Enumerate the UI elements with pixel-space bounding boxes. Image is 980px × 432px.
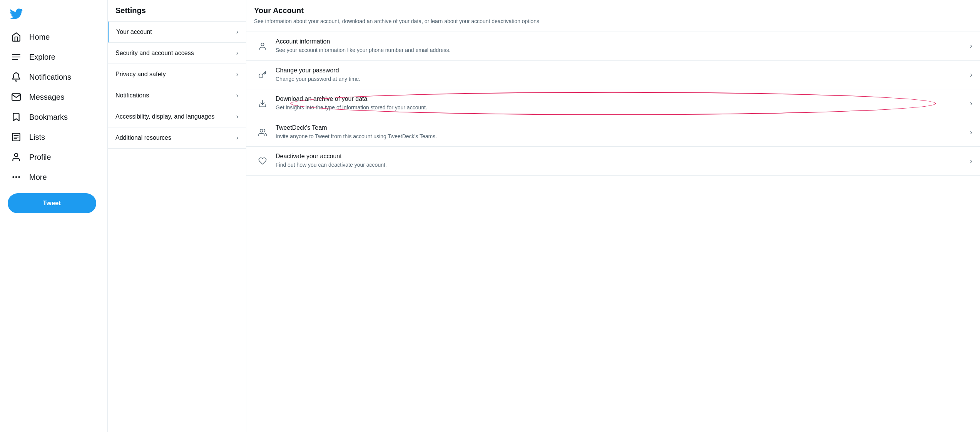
account-info-desc: See your account information like your p… <box>276 47 967 54</box>
twitter-logo <box>5 3 103 27</box>
download-archive-title: Download an archive of your data <box>276 95 967 102</box>
content-item-tweetdeck-team[interactable]: TweetDeck's Team Invite anyone to Tweet … <box>246 118 980 147</box>
settings-item-label-notifications: Notifications <box>115 92 149 99</box>
settings-item-additional[interactable]: Additional resources › <box>108 127 246 149</box>
settings-item-label-accessibility: Accessibility, display, and languages <box>115 113 214 120</box>
more-icon <box>11 172 22 183</box>
tweetdeck-team-title: TweetDeck's Team <box>276 124 967 131</box>
sidebar-item-notifications[interactable]: Notifications <box>5 67 103 87</box>
sidebar-item-bookmarks[interactable]: Bookmarks <box>5 107 103 127</box>
sidebar-item-profile[interactable]: Profile <box>5 147 103 167</box>
content-item-download-archive[interactable]: Download an archive of your data Get ins… <box>246 89 980 118</box>
change-password-title: Change your password <box>276 67 967 74</box>
sidebar: Home Explore Notifications Messages <box>0 0 108 432</box>
account-info-text: Account information See your account inf… <box>276 38 967 54</box>
content-header: Your Account See information about your … <box>246 0 980 32</box>
chevron-right-icon-change-password: › <box>970 71 972 79</box>
chevron-right-icon-notifications: › <box>236 92 238 99</box>
deactivate-desc: Find out how you can deactivate your acc… <box>276 161 967 169</box>
tweetdeck-team-desc: Invite anyone to Tweet from this account… <box>276 133 967 141</box>
svg-point-11 <box>261 43 264 46</box>
deactivate-title: Deactivate your account <box>276 153 967 160</box>
download-archive-desc: Get insights into the type of informatio… <box>276 104 967 112</box>
settings-item-label-your-account: Your account <box>116 28 152 35</box>
settings-item-label-security: Security and account access <box>115 50 194 57</box>
envelope-icon <box>11 92 22 102</box>
svg-point-10 <box>13 177 13 177</box>
settings-item-notifications[interactable]: Notifications › <box>108 85 246 106</box>
key-icon <box>254 70 271 79</box>
account-info-title: Account information <box>276 38 967 45</box>
sidebar-item-label-bookmarks: Bookmarks <box>29 113 68 122</box>
content-item-deactivate[interactable]: Deactivate your account Find out how you… <box>246 147 980 176</box>
settings-header: Settings <box>108 0 246 22</box>
settings-item-your-account[interactable]: Your account › <box>108 22 246 43</box>
chevron-right-icon-account-info: › <box>970 42 972 50</box>
list-icon <box>11 132 22 142</box>
chevron-right-icon-tweetdeck-team: › <box>970 128 972 136</box>
svg-point-8 <box>16 177 17 177</box>
chevron-right-icon-download-archive: › <box>970 99 972 107</box>
sidebar-item-label-home: Home <box>29 33 50 42</box>
bell-icon <box>11 72 22 82</box>
home-icon <box>11 32 22 42</box>
settings-item-label-additional: Additional resources <box>115 134 171 141</box>
content-item-account-info[interactable]: Account information See your account inf… <box>246 32 980 61</box>
explore-icon <box>11 52 22 62</box>
content-item-change-password[interactable]: Change your password Change your passwor… <box>246 61 980 90</box>
settings-panel: Settings Your account › Security and acc… <box>108 0 246 432</box>
account-info-icon <box>254 42 271 50</box>
person-icon <box>11 152 22 162</box>
tweetdeck-team-text: TweetDeck's Team Invite anyone to Tweet … <box>276 124 967 141</box>
sidebar-item-lists[interactable]: Lists <box>5 127 103 147</box>
people-icon <box>254 128 271 137</box>
settings-item-security[interactable]: Security and account access › <box>108 43 246 64</box>
chevron-right-icon-deactivate: › <box>970 157 972 165</box>
svg-point-9 <box>19 177 20 177</box>
sidebar-item-label-profile: Profile <box>29 153 51 162</box>
content-subtitle: See information about your account, down… <box>254 17 972 25</box>
chevron-right-icon-security: › <box>236 50 238 57</box>
tweet-button[interactable]: Tweet <box>8 193 96 213</box>
chevron-right-icon-additional: › <box>236 134 238 141</box>
settings-item-accessibility[interactable]: Accessibility, display, and languages › <box>108 106 246 127</box>
chevron-right-icon-your-account: › <box>236 28 238 35</box>
settings-item-label-privacy: Privacy and safety <box>115 71 166 78</box>
deactivate-text: Deactivate your account Find out how you… <box>276 153 967 169</box>
sidebar-item-label-notifications: Notifications <box>29 73 71 82</box>
sidebar-item-messages[interactable]: Messages <box>5 87 103 107</box>
sidebar-item-home[interactable]: Home <box>5 27 103 47</box>
change-password-text: Change your password Change your passwor… <box>276 67 967 83</box>
heart-icon <box>254 157 271 165</box>
sidebar-item-more[interactable]: More <box>5 167 103 187</box>
sidebar-item-label-messages: Messages <box>29 93 64 102</box>
sidebar-item-label-explore: Explore <box>29 53 55 62</box>
change-password-desc: Change your password at any time. <box>276 75 967 83</box>
svg-point-13 <box>260 129 263 132</box>
settings-item-privacy[interactable]: Privacy and safety › <box>108 64 246 85</box>
download-archive-text: Download an archive of your data Get ins… <box>276 95 967 112</box>
chevron-right-icon-accessibility: › <box>236 113 238 120</box>
bookmark-icon <box>11 112 22 122</box>
download-icon <box>254 99 271 108</box>
sidebar-item-explore[interactable]: Explore <box>5 47 103 67</box>
svg-point-7 <box>15 153 18 157</box>
content-panel: Your Account See information about your … <box>246 0 980 432</box>
sidebar-item-label-more: More <box>29 173 47 182</box>
sidebar-item-label-lists: Lists <box>29 133 45 142</box>
content-title: Your Account <box>254 6 972 15</box>
chevron-right-icon-privacy: › <box>236 71 238 78</box>
